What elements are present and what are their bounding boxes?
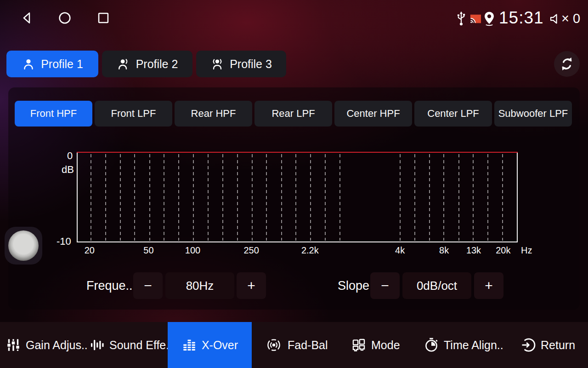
nav-label: Gain Adjus.. <box>26 339 88 352</box>
tab-front-hpf[interactable]: Front HPF <box>15 101 92 126</box>
gridline <box>178 154 179 241</box>
gridline <box>149 154 150 241</box>
gridline <box>310 154 311 241</box>
tab-center-hpf[interactable]: Center HPF <box>334 101 412 126</box>
frequency-minus-button[interactable]: − <box>133 272 163 299</box>
x-tick-label: 250 <box>243 245 259 256</box>
x-tick-label: 8k <box>439 245 449 256</box>
nav-label: X-Over <box>202 339 238 352</box>
nav-label: Fad-Bal <box>288 339 328 352</box>
slope-label: Slope <box>338 272 369 299</box>
gridline <box>208 154 209 241</box>
frequency-plus-button[interactable]: + <box>237 272 266 299</box>
bottom-nav: Gain Adjus.. Sound Effe.. X-Over <box>0 322 588 368</box>
return-icon <box>520 337 536 353</box>
recents-nav-button[interactable] <box>96 10 111 26</box>
nav-sound-effects[interactable]: Sound Effe.. <box>89 322 172 368</box>
time-align-icon <box>424 337 439 353</box>
gridline <box>193 154 194 241</box>
nav-time-align[interactable]: Time Align.. <box>424 322 503 368</box>
nav-gain-adjust[interactable]: Gain Adjus.. <box>6 322 88 368</box>
x-tick-label: 20 <box>85 245 95 256</box>
recents-icon <box>96 10 111 26</box>
tab-front-lpf[interactable]: Front LPF <box>95 101 172 126</box>
nav-label: Mode <box>371 339 400 352</box>
nav-label: Sound Effe.. <box>109 339 172 352</box>
gridline <box>252 154 253 241</box>
profile-2-button[interactable]: Profile 2 <box>102 51 192 77</box>
profile-label: Profile 1 <box>41 58 83 71</box>
x-tick-label: 50 <box>143 245 153 256</box>
location-icon <box>482 11 496 27</box>
x-tick-label: 100 <box>185 245 200 256</box>
gridline <box>164 154 164 241</box>
gridline <box>400 154 401 241</box>
gridline <box>325 154 326 241</box>
gridline <box>295 154 296 241</box>
slope-minus-button[interactable]: − <box>370 272 400 299</box>
gridline <box>487 154 488 241</box>
cast-icon <box>469 14 482 24</box>
frequency-value: 80Hz <box>165 272 234 299</box>
gridline <box>120 154 121 241</box>
nav-mode[interactable]: Mode <box>351 322 400 368</box>
tab-label: Front LPF <box>111 108 156 120</box>
xover-plot[interactable] <box>77 152 518 242</box>
gridline <box>429 154 430 241</box>
xover-screen: 15:31 × 0 Profile 1 Profile 2 Profile 3 <box>0 0 588 368</box>
tab-label: Center LPF <box>427 108 479 120</box>
x-over-icon <box>181 337 197 353</box>
nav-label: Return <box>541 339 575 352</box>
home-icon <box>57 10 73 26</box>
tab-center-lpf[interactable]: Center LPF <box>414 101 492 126</box>
x-axis-ticks: 20501002502.2k4k8k13k20k <box>77 245 518 257</box>
nav-fad-bal[interactable]: Fad-Bal <box>265 322 328 368</box>
frequency-label: Freque.. <box>86 272 133 299</box>
person-icon <box>22 57 35 71</box>
gridline <box>502 154 503 241</box>
assistive-touch-ball-icon <box>8 230 39 261</box>
gain-adjust-icon <box>6 337 21 353</box>
profile-3-button[interactable]: Profile 3 <box>196 51 286 77</box>
x-axis-unit: Hz <box>521 245 532 256</box>
person-3-icon <box>210 57 224 71</box>
slope-plus-button[interactable]: + <box>474 272 503 299</box>
tab-label: Front HPF <box>30 108 77 120</box>
y-axis-unit: dB <box>62 164 74 176</box>
fad-bal-icon <box>265 337 283 353</box>
tab-label: Subwoofer LPF <box>498 108 568 120</box>
gridline <box>473 154 474 241</box>
back-icon <box>19 10 35 26</box>
tab-rear-lpf[interactable]: Rear LPF <box>254 101 332 126</box>
profile-1-button[interactable]: Profile 1 <box>6 51 98 77</box>
home-nav-button[interactable] <box>57 10 73 26</box>
reset-sync-button[interactable] <box>554 51 580 77</box>
gridline <box>414 154 415 241</box>
slope-value: 0dB/oct <box>402 272 471 299</box>
tab-subwoofer-lpf[interactable]: Subwoofer LPF <box>494 101 572 126</box>
nav-return[interactable]: Return <box>520 322 575 368</box>
nav-label: Time Align.. <box>444 339 503 352</box>
tab-rear-hpf[interactable]: Rear HPF <box>175 101 252 126</box>
volume-muted-icon <box>548 12 562 26</box>
back-nav-button[interactable] <box>19 10 35 26</box>
gridline <box>105 154 106 241</box>
x-tick-label: 4k <box>395 245 405 256</box>
gridline <box>134 154 135 241</box>
gridline <box>339 154 340 241</box>
y-tick-label: 0 <box>67 150 73 162</box>
y-tick-label: -10 <box>57 236 71 247</box>
x-tick-label: 20k <box>496 245 510 256</box>
gridline <box>222 154 223 241</box>
usb-icon <box>455 10 468 27</box>
nav-x-over[interactable]: X-Over <box>168 322 252 368</box>
gridline <box>237 154 238 241</box>
profile-label: Profile 2 <box>136 58 178 71</box>
assistive-touch-button[interactable] <box>5 227 42 264</box>
mode-icon <box>351 337 367 353</box>
profile-label: Profile 3 <box>230 58 272 71</box>
response-curve[interactable] <box>77 152 518 153</box>
x-tick-label: 13k <box>466 245 481 256</box>
tab-label: Rear HPF <box>191 108 236 120</box>
x-tick-label: 2.2k <box>301 245 319 256</box>
